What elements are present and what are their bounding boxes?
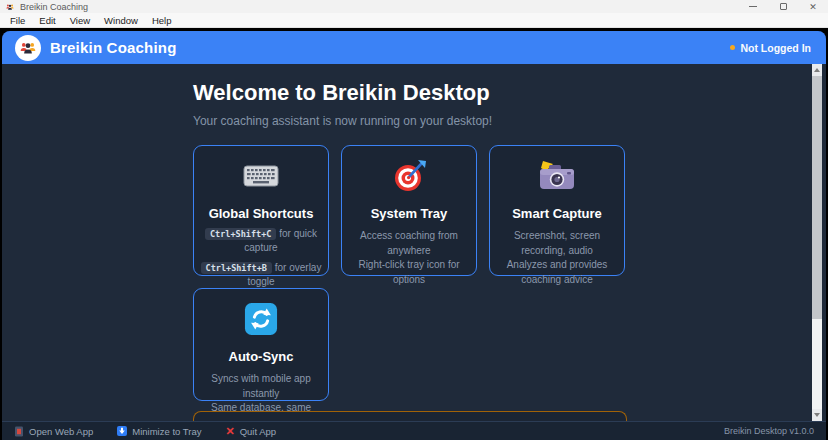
minimize-icon[interactable] <box>738 0 768 13</box>
menubar: File Edit View Window Help <box>0 13 828 28</box>
card-global-shortcuts: Global Shortcuts Ctrl+Shift+C for quick … <box>193 145 329 276</box>
menu-window[interactable]: Window <box>97 15 145 26</box>
maximize-icon[interactable] <box>768 0 798 13</box>
minimize-to-tray-label: Minimize to Tray <box>132 426 201 437</box>
quit-x-icon: ✕ <box>225 426 234 437</box>
card-description: Screenshot, screen recording, audio Anal… <box>495 229 619 287</box>
shortcut-line: Ctrl+Shift+C for quick capture <box>199 227 323 255</box>
card-line: Access coaching from anywhere <box>347 229 471 258</box>
window-title: Breikin Coaching <box>20 2 88 12</box>
quit-app-button[interactable]: ✕ Quit App <box>225 426 276 437</box>
app-header: Breikin Coaching Not Logged In <box>2 31 826 64</box>
scrollbar-down-arrow[interactable] <box>812 409 822 421</box>
open-web-app-label: Open Web App <box>29 426 93 437</box>
camera-flash-icon <box>495 156 619 196</box>
card-title: Auto-Sync <box>199 349 323 364</box>
brand-title: Breikin Coaching <box>50 39 177 56</box>
card-line: Syncs with mobile app instantly <box>199 372 323 401</box>
card-system-tray: System Tray Access coaching from anywher… <box>341 145 477 276</box>
card-auto-sync: Auto-Sync Syncs with mobile app instantl… <box>193 288 329 401</box>
menu-help[interactable]: Help <box>145 15 179 26</box>
card-smart-capture: Smart Capture Screenshot, screen recordi… <box>489 145 625 276</box>
minimize-to-tray-button[interactable]: Minimize to Tray <box>117 426 201 437</box>
card-line: Screenshot, screen recording, audio <box>495 229 619 258</box>
card-title: Smart Capture <box>495 206 619 221</box>
main-content: Welcome to Breikin Desktop Your coaching… <box>2 64 826 401</box>
menu-edit[interactable]: Edit <box>32 15 62 26</box>
card-description: Access coaching from anywhere Right-clic… <box>347 229 471 287</box>
people-group-icon <box>15 35 41 61</box>
card-title: System Tray <box>347 206 471 221</box>
page-title: Welcome to Breikin Desktop <box>193 80 826 106</box>
page-subtitle: Your coaching assistant is now running o… <box>193 114 826 128</box>
target-dart-icon <box>347 156 471 196</box>
menu-file[interactable]: File <box>3 15 32 26</box>
kbd-badge: Ctrl+Shift+B <box>201 262 272 274</box>
window-controls: ✕ <box>738 0 828 13</box>
open-web-app-button[interactable]: Open Web App <box>14 426 93 437</box>
card-title: Global Shortcuts <box>199 206 323 221</box>
app-version: Breikin Desktop v1.0.0 <box>724 426 814 436</box>
footer-bar: Open Web App Minimize to Tray ✕ Quit App… <box>2 421 826 440</box>
card-line: Right-click tray icon for options <box>347 258 471 287</box>
app-window: Breikin Coaching ✕ File Edit View Window… <box>0 0 828 440</box>
tray-down-arrow-icon <box>117 426 127 436</box>
login-status-label: Not Logged In <box>740 42 811 54</box>
app-icon <box>5 2 15 12</box>
keyboard-icon <box>199 156 323 196</box>
scrollbar[interactable] <box>812 64 822 421</box>
close-icon[interactable]: ✕ <box>798 0 828 13</box>
kbd-badge: Ctrl+Shift+C <box>205 228 276 240</box>
login-status[interactable]: Not Logged In <box>730 42 813 54</box>
status-dot-icon <box>730 45 735 50</box>
menu-view[interactable]: View <box>63 15 97 26</box>
scrollbar-thumb[interactable] <box>812 76 822 319</box>
feature-cards: Global Shortcuts Ctrl+Shift+C for quick … <box>193 145 826 401</box>
quit-app-label: Quit App <box>240 426 276 437</box>
titlebar: Breikin Coaching ✕ <box>0 0 828 13</box>
webview: Breikin Coaching Not Logged In Welcome t… <box>2 31 826 440</box>
card-line: Analyzes and provides coaching advice <box>495 258 619 287</box>
sync-arrows-icon <box>199 299 323 339</box>
scrollbar-up-arrow[interactable] <box>812 64 822 76</box>
web-app-icon <box>14 426 24 437</box>
shortcut-line: Ctrl+Shift+B for overlay toggle <box>199 261 323 289</box>
